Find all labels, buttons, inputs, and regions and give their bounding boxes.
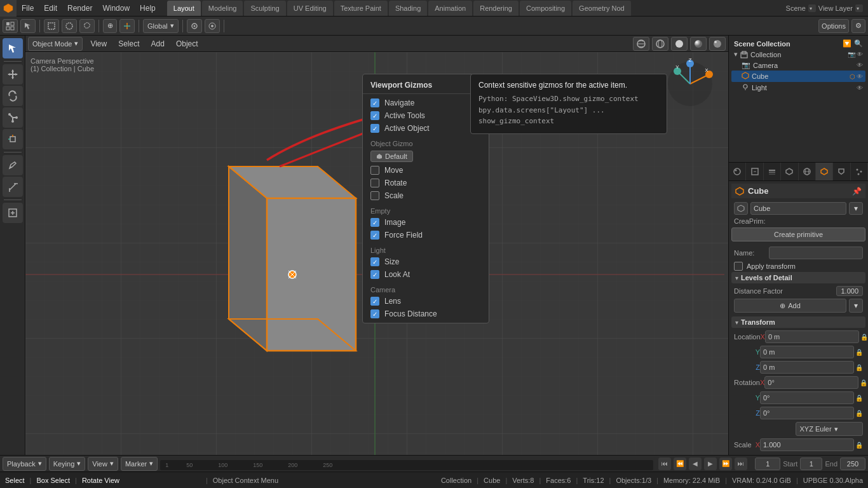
workspace-tab-texturepaint[interactable]: Texture Paint	[334, 1, 388, 16]
data-type-icon[interactable]	[734, 202, 748, 215]
workspace-tab-sculpting[interactable]: Sculpting	[244, 1, 285, 16]
shading-material-btn[interactable]	[690, 37, 707, 51]
gizmo-lens-checkbox[interactable]: ✓	[370, 297, 379, 306]
gear-btn[interactable]: ⚙	[851, 19, 865, 33]
tree-light[interactable]: Light 👁	[731, 82, 865, 93]
tree-cam-visible-icon[interactable]: 👁	[857, 62, 863, 69]
gizmo-rotate-checkbox[interactable]	[370, 179, 379, 187]
tab-scene[interactable]	[781, 163, 798, 180]
scale-x-lock-icon[interactable]: 🔒	[855, 442, 863, 449]
tree-camera[interactable]: 📷 Camera 👁	[731, 60, 865, 71]
rotate-tool-icon[interactable]	[3, 86, 23, 106]
tab-particles[interactable]	[851, 163, 868, 180]
end-frame-input[interactable]	[840, 458, 865, 470]
gizmo-lens-item[interactable]: ✓ Lens	[363, 295, 489, 308]
step-fwd-btn[interactable]: ⏩	[719, 458, 732, 470]
tab-render[interactable]	[729, 163, 746, 180]
lasso-select-btn[interactable]	[79, 19, 95, 33]
location-z-lock-icon[interactable]: 🔒	[855, 364, 863, 371]
gizmo-size-item[interactable]: ✓ Size	[363, 255, 489, 268]
tree-eye-icon[interactable]: 👁	[857, 51, 863, 58]
gizmo-scale-item[interactable]: Scale	[363, 189, 489, 202]
tab-output[interactable]	[746, 163, 763, 180]
tab-object[interactable]	[816, 163, 833, 180]
tab-viewlayer[interactable]	[764, 163, 781, 180]
workspace-tab-rendering[interactable]: Rendering	[473, 1, 519, 16]
select-tool-icon[interactable]	[3, 38, 23, 58]
rotation-z-input[interactable]	[760, 407, 854, 419]
gizmo-lookat-checkbox[interactable]: ✓	[370, 270, 379, 279]
measure-tool-icon[interactable]	[3, 177, 23, 197]
options-btn[interactable]: Options	[818, 19, 849, 33]
rotation-y-input[interactable]	[760, 391, 854, 404]
gizmo-forcefield-item[interactable]: ✓ Force Field	[363, 229, 489, 241]
tree-cube[interactable]: Cube ⬡ 👁	[731, 71, 865, 82]
transform-tool-icon[interactable]	[3, 129, 23, 149]
play-btn[interactable]: ▶	[704, 458, 717, 470]
gizmo-rotate-item[interactable]: Rotate	[363, 177, 489, 189]
viewport-axes-gizmo[interactable]: X Y Z	[665, 58, 715, 111]
global-dropdown[interactable]: Global▾	[143, 19, 179, 33]
obj-menu-view[interactable]: View	[86, 37, 111, 51]
scale-x-input[interactable]	[760, 438, 854, 451]
gizmo-activetools-checkbox[interactable]: ✓	[370, 111, 379, 120]
marker-dropdown[interactable]: Marker▾	[121, 457, 158, 471]
data-options-icon[interactable]: ▾	[849, 202, 863, 215]
tree-collection[interactable]: ▾ Collection 📷 👁	[731, 49, 865, 60]
cursor-tool-btn[interactable]	[20, 19, 36, 33]
obj-menu-object[interactable]: Object	[172, 37, 202, 51]
play-back-btn[interactable]: ◀	[689, 458, 702, 470]
gizmo-focusdist-item[interactable]: ✓ Focus Distance	[363, 308, 489, 320]
workspace-tab-modeling[interactable]: Modeling	[202, 1, 243, 16]
circle-select-btn[interactable]	[62, 19, 77, 33]
proportional-btn[interactable]	[205, 19, 220, 33]
menu-edit[interactable]: Edit	[39, 0, 62, 17]
start-frame-input[interactable]	[800, 458, 822, 470]
viewport[interactable]: Object Mode▾ View Select Add Object	[25, 36, 728, 455]
current-frame-input[interactable]	[755, 458, 780, 470]
rotation-x-lock-icon[interactable]: 🔒	[860, 379, 867, 386]
tree-light-visible-icon[interactable]: 👁	[857, 85, 863, 92]
lod-section-header[interactable]: ▾ Levels of Detail	[731, 272, 865, 283]
snap-btn[interactable]	[187, 19, 202, 33]
timeline-scrubber[interactable]: 1 50 100 150 200 250	[160, 458, 653, 470]
outliner-search-icon[interactable]: 🔍	[854, 39, 863, 48]
workspace-tab-geometrynod[interactable]: Geometry Nod	[573, 1, 631, 16]
add-view-type-btn[interactable]	[3, 19, 18, 33]
location-y-input[interactable]	[760, 346, 854, 358]
obj-menu-add[interactable]: Add	[147, 37, 168, 51]
distance-factor-value[interactable]: 1.000	[836, 286, 863, 296]
gizmo-image-checkbox[interactable]: ✓	[370, 218, 379, 227]
apply-transform-checkbox[interactable]	[734, 262, 743, 271]
transform-orient-btn[interactable]	[119, 19, 135, 33]
shading-solid-btn[interactable]	[671, 37, 688, 51]
keying-dropdown[interactable]: Keying▾	[49, 457, 86, 471]
object-mode-dropdown[interactable]: Object Mode▾	[28, 37, 83, 51]
name-input[interactable]	[769, 247, 863, 259]
outliner-filter-icon[interactable]: 🔽	[843, 39, 851, 48]
jump-start-btn[interactable]: ⏮	[658, 458, 671, 470]
menu-file[interactable]: File	[17, 0, 39, 17]
workspace-tab-compositing[interactable]: Compositing	[520, 1, 571, 16]
menu-window[interactable]: Window	[97, 0, 135, 17]
jump-end-btn[interactable]: ⏭	[735, 458, 747, 470]
rotation-mode-dropdown[interactable]: XYZ Euler▾	[796, 422, 864, 436]
shading-rendered-btn[interactable]	[709, 37, 726, 51]
tab-modifiers[interactable]	[833, 163, 850, 180]
gizmo-move-checkbox[interactable]	[370, 166, 379, 175]
rotation-z-lock-icon[interactable]: 🔒	[855, 410, 863, 417]
tree-camera-icon[interactable]: 📷	[848, 51, 855, 58]
workspace-tab-shading[interactable]: Shading	[389, 1, 427, 16]
viewport-overlay-btn[interactable]	[633, 37, 649, 51]
rotation-x-input[interactable]	[764, 376, 858, 389]
step-back-btn[interactable]: ⏪	[674, 458, 686, 470]
transform-section-header[interactable]: ▾ Transform	[731, 316, 865, 328]
shading-wireframe-btn[interactable]	[652, 37, 668, 51]
box-select-btn[interactable]	[44, 19, 59, 33]
data-name-input[interactable]	[750, 202, 846, 215]
annotate-tool-icon[interactable]	[3, 155, 23, 175]
transform-pivot-btn[interactable]: ⊕	[103, 19, 117, 33]
workspace-tab-animation[interactable]: Animation	[428, 1, 472, 16]
gizmo-navigate-checkbox[interactable]: ✓	[370, 98, 379, 107]
move-tool-icon[interactable]	[3, 64, 23, 85]
